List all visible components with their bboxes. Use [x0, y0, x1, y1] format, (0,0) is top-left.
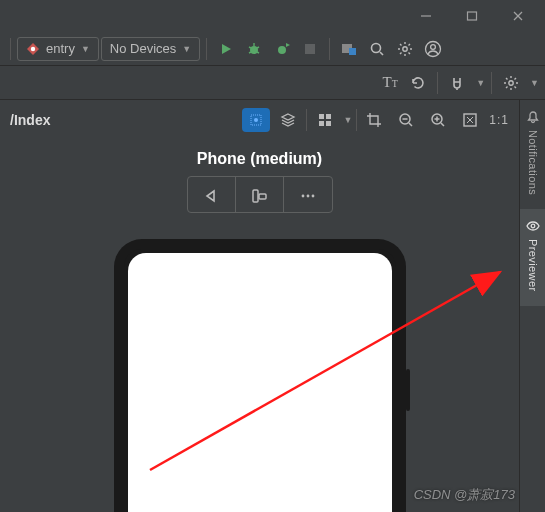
svg-rect-39 — [253, 190, 258, 202]
svg-line-19 — [380, 52, 383, 55]
device-controls — [187, 176, 333, 213]
svg-point-13 — [278, 46, 286, 54]
module-label: entry — [46, 41, 75, 56]
svg-rect-17 — [349, 48, 356, 55]
svg-line-11 — [249, 52, 251, 53]
svg-rect-27 — [326, 114, 331, 119]
svg-rect-26 — [319, 114, 324, 119]
phone-screen[interactable] — [128, 253, 392, 512]
svg-line-32 — [409, 123, 412, 126]
plugin-button[interactable] — [444, 70, 470, 96]
stop-button[interactable] — [297, 36, 323, 62]
device-selector[interactable]: No Devices ▼ — [101, 37, 200, 61]
svg-rect-1 — [468, 12, 477, 20]
svg-point-18 — [372, 43, 381, 52]
device-name-label: Phone (medium) — [197, 150, 322, 168]
svg-point-42 — [306, 195, 309, 198]
svg-point-5 — [31, 46, 35, 50]
svg-line-12 — [257, 52, 259, 53]
zoom-ratio-label[interactable]: 1:1 — [489, 113, 509, 127]
chevron-down-icon: ▼ — [81, 44, 90, 54]
phone-side-button — [406, 369, 410, 411]
svg-line-9 — [249, 47, 251, 48]
previewer-label: Previewer — [527, 239, 539, 292]
text-size-button[interactable]: TT — [377, 70, 403, 96]
project-icon[interactable] — [336, 36, 362, 62]
svg-point-7 — [250, 46, 258, 54]
zoom-out-button[interactable] — [393, 107, 419, 133]
svg-rect-29 — [326, 121, 331, 126]
separator — [329, 38, 330, 60]
svg-point-43 — [311, 195, 314, 198]
file-tab-label: /Index — [10, 112, 50, 128]
debug-button[interactable] — [241, 36, 267, 62]
notifications-label: Notifications — [527, 130, 539, 195]
separator — [206, 38, 207, 60]
svg-point-23 — [509, 80, 513, 84]
chevron-down-icon: ▼ — [182, 44, 191, 54]
rotate-device-button[interactable] — [236, 177, 284, 213]
preview-toolbar: /Index ▼ 1:1 — [0, 100, 519, 140]
editor-toolbar: TT ▼ ▼ — [0, 66, 545, 100]
zoom-in-button[interactable] — [425, 107, 451, 133]
window-minimize-button[interactable] — [403, 0, 449, 32]
phone-frame — [114, 239, 406, 512]
layers-button[interactable] — [274, 108, 302, 132]
crop-button[interactable] — [361, 107, 387, 133]
svg-marker-14 — [286, 43, 290, 47]
refresh-button[interactable] — [405, 70, 431, 96]
device-label: No Devices — [110, 41, 176, 56]
more-options-button[interactable] — [284, 177, 332, 213]
notifications-tab[interactable]: Notifications — [520, 100, 545, 209]
window-maximize-button[interactable] — [449, 0, 495, 32]
back-button[interactable] — [188, 177, 236, 213]
preview-canvas: Phone (medium) — [0, 140, 519, 512]
chevron-down-icon[interactable]: ▼ — [530, 78, 539, 88]
fit-screen-button[interactable] — [457, 107, 483, 133]
settings-button[interactable] — [392, 36, 418, 62]
gear-button[interactable] — [498, 70, 524, 96]
separator — [491, 72, 492, 94]
svg-point-41 — [301, 195, 304, 198]
svg-point-25 — [254, 118, 258, 122]
separator — [306, 109, 307, 131]
right-tool-rail: Notifications Previewer — [519, 100, 545, 512]
svg-marker-6 — [222, 44, 231, 54]
grid-button[interactable] — [311, 108, 339, 132]
svg-rect-40 — [259, 194, 266, 199]
inspector-toggle[interactable] — [242, 108, 270, 132]
svg-rect-15 — [305, 44, 315, 54]
svg-point-44 — [531, 224, 535, 228]
svg-rect-28 — [319, 121, 324, 126]
svg-marker-38 — [207, 191, 214, 201]
svg-point-22 — [431, 44, 436, 49]
chevron-down-icon[interactable]: ▼ — [343, 115, 352, 125]
search-button[interactable] — [364, 36, 390, 62]
chevron-down-icon[interactable]: ▼ — [476, 78, 485, 88]
previewer-tab[interactable]: Previewer — [520, 209, 545, 306]
svg-line-36 — [441, 123, 444, 126]
bell-icon — [526, 110, 540, 124]
module-selector[interactable]: entry ▼ — [17, 37, 99, 61]
eye-icon — [526, 219, 540, 233]
svg-line-10 — [257, 47, 259, 48]
module-icon — [26, 42, 40, 56]
svg-point-20 — [403, 46, 407, 50]
debug-test-button[interactable] — [269, 36, 295, 62]
account-button[interactable] — [420, 36, 446, 62]
separator — [437, 72, 438, 94]
main-toolbar: entry ▼ No Devices ▼ — [0, 32, 545, 66]
window-close-button[interactable] — [495, 0, 541, 32]
separator — [10, 38, 11, 60]
separator — [356, 109, 357, 131]
run-button[interactable] — [213, 36, 239, 62]
watermark: CSDN @萧寂173 — [414, 486, 515, 504]
